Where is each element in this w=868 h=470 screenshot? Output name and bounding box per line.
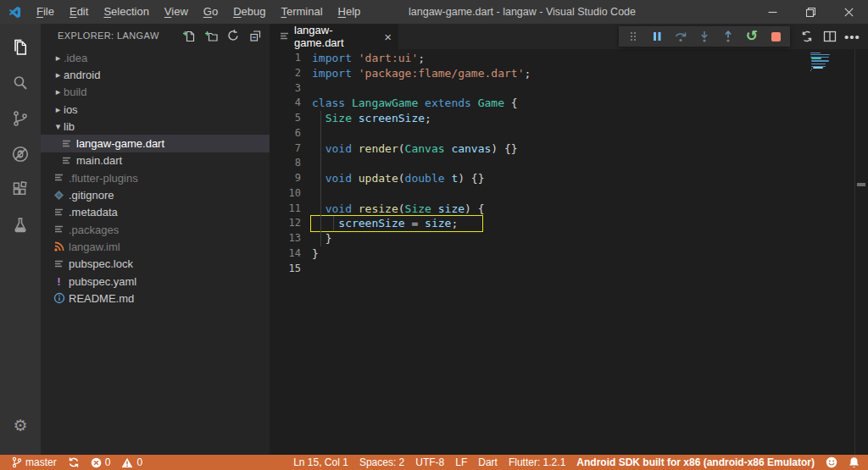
line-number[interactable]: 7	[270, 141, 312, 157]
line-number[interactable]: 13	[270, 231, 312, 246]
tree-item--packages[interactable]: .packages	[41, 221, 270, 238]
tree-item-ios[interactable]: ▸ios	[41, 101, 270, 118]
tree-item--flutter-plugins[interactable]: .flutter-plugins	[41, 169, 270, 186]
line-number[interactable]: 15	[270, 262, 312, 277]
step-into-button[interactable]	[695, 27, 714, 46]
status-label: Spaces: 2	[359, 456, 404, 468]
tree-item-main-dart[interactable]: main.dart	[41, 152, 270, 169]
activitybar-source-control[interactable]	[0, 101, 41, 136]
activitybar-search[interactable]	[0, 65, 41, 101]
stop-button[interactable]	[766, 27, 785, 46]
restore-window-button[interactable]	[792, 0, 830, 24]
new-file-button[interactable]	[181, 28, 197, 43]
status-lf[interactable]: LF	[455, 456, 467, 468]
code-line[interactable]: 12 screenSize = size;	[270, 216, 868, 231]
activity-bar: ⚙	[0, 24, 41, 455]
status-utf-8[interactable]: UTF-8	[415, 456, 444, 468]
code-line[interactable]: 7 void render(Canvas canvas) {}	[270, 141, 868, 157]
tree-item-label: pubspec.lock	[69, 257, 133, 270]
status-feedback[interactable]	[826, 456, 837, 468]
tree-item--metadata[interactable]: .metadata	[41, 204, 270, 221]
code-line[interactable]: 9 void update(double t) {}	[270, 171, 868, 186]
tab-langaw-game-dart[interactable]: langaw-game.dart ×	[270, 24, 398, 49]
line-number[interactable]: 4	[270, 96, 312, 111]
restart-button[interactable]: ↺	[743, 27, 761, 46]
tree-item-build[interactable]: ▸build	[41, 84, 270, 101]
activitybar-test-beaker[interactable]	[0, 207, 41, 243]
menu-view[interactable]: View	[157, 0, 196, 24]
status-sync[interactable]	[68, 456, 80, 468]
tree-item-lib[interactable]: ▾lib	[41, 118, 270, 135]
tree-item--gitignore[interactable]: .gitignore	[41, 186, 270, 203]
code-area[interactable]: 1import 'dart:ui';2import 'package:flame…	[270, 49, 868, 455]
code-line[interactable]: 14}	[270, 246, 868, 262]
more-actions-button[interactable]: •••	[842, 25, 863, 47]
code-line[interactable]: 8	[270, 156, 868, 171]
code-line[interactable]: 5 Size screenSize;	[270, 111, 868, 126]
code-line[interactable]: 2import 'package:flame/game.dart';	[270, 66, 868, 81]
line-number[interactable]: 14	[270, 246, 312, 262]
grip-button[interactable]	[624, 27, 643, 46]
line-number[interactable]: 3	[270, 81, 312, 97]
activitybar-files[interactable]	[0, 30, 41, 65]
menu-debug[interactable]: Debug	[225, 0, 273, 24]
menu-go[interactable]: Go	[196, 0, 225, 24]
status-dart[interactable]: Dart	[478, 456, 498, 468]
activitybar-debug[interactable]	[0, 136, 41, 172]
menu-selection[interactable]: Selection	[96, 0, 156, 24]
activitybar-gear[interactable]: ⚙	[0, 407, 41, 443]
line-number[interactable]: 6	[270, 126, 312, 141]
step-over-button[interactable]	[671, 27, 690, 46]
code-line[interactable]: 4class LangawGame extends Game {	[270, 96, 868, 111]
minimap[interactable]	[810, 53, 849, 73]
activitybar-extensions[interactable]	[0, 172, 41, 207]
tree-item-android[interactable]: ▸android	[41, 66, 270, 83]
tree-item-langaw-iml[interactable]: langaw.iml	[41, 238, 270, 255]
line-number[interactable]: 12	[270, 216, 312, 231]
code-line[interactable]: 13 }	[270, 231, 868, 246]
status-error[interactable]: 0	[91, 456, 111, 468]
split-editor-icon	[822, 29, 837, 44]
pause-button[interactable]	[648, 27, 666, 46]
line-number[interactable]: 10	[270, 186, 312, 202]
refresh-button[interactable]	[225, 28, 241, 43]
line-number[interactable]: 1	[270, 51, 312, 66]
status-spaces-2[interactable]: Spaces: 2	[359, 456, 404, 468]
menu-file[interactable]: File	[29, 0, 62, 24]
code-line[interactable]: 11 void resize(Size size) {	[270, 202, 868, 217]
minimize-window-button[interactable]	[754, 0, 792, 24]
tree-item-pubspec-lock[interactable]: pubspec.lock	[41, 256, 270, 273]
code-line[interactable]: 6	[270, 126, 868, 141]
status-android-sdk-built-for-x8[interactable]: Android SDK built for x86 (android-x86 E…	[576, 456, 815, 468]
tree-item-langaw-game-dart[interactable]: langaw-game.dart	[41, 135, 270, 152]
line-number[interactable]: 8	[270, 156, 312, 171]
tab-close-icon[interactable]: ×	[384, 30, 392, 43]
code-line[interactable]: 1import 'dart:ui';	[270, 51, 868, 66]
tree-item-readme-md[interactable]: README.md	[41, 290, 270, 307]
code-line[interactable]: 3	[270, 81, 868, 97]
code-line[interactable]: 15	[270, 262, 868, 277]
collapse-all-button[interactable]	[248, 28, 263, 43]
status-ln-15-col-1[interactable]: Ln 15, Col 1	[293, 456, 348, 468]
menu-edit[interactable]: Edit	[62, 0, 96, 24]
new-folder-button[interactable]	[203, 28, 219, 43]
code-editor[interactable]: 1import 'dart:ui';2import 'package:flame…	[270, 49, 868, 455]
tree-item--idea[interactable]: ▸.idea	[41, 49, 270, 66]
line-number[interactable]: 5	[270, 111, 312, 126]
overview-ruler[interactable]	[854, 49, 868, 455]
step-out-button[interactable]	[719, 27, 737, 46]
status-warning[interactable]: 0	[121, 456, 142, 468]
code-line[interactable]: 10	[270, 186, 868, 202]
line-number[interactable]: 11	[270, 202, 312, 217]
menu-help[interactable]: Help	[331, 0, 369, 24]
line-number[interactable]: 2	[270, 66, 312, 81]
close-window-button[interactable]	[830, 0, 868, 24]
split-editor-button[interactable]	[819, 25, 840, 47]
menu-terminal[interactable]: Terminal	[273, 0, 330, 24]
line-number[interactable]: 9	[270, 171, 312, 186]
status-flutter-1-2-1[interactable]: Flutter: 1.2.1	[509, 456, 565, 468]
status-bell[interactable]	[849, 456, 860, 468]
status-git-branch[interactable]: master	[12, 456, 57, 468]
tree-item-pubspec-yaml[interactable]: !pubspec.yaml	[41, 273, 270, 290]
sync-changes-button[interactable]	[796, 25, 817, 47]
